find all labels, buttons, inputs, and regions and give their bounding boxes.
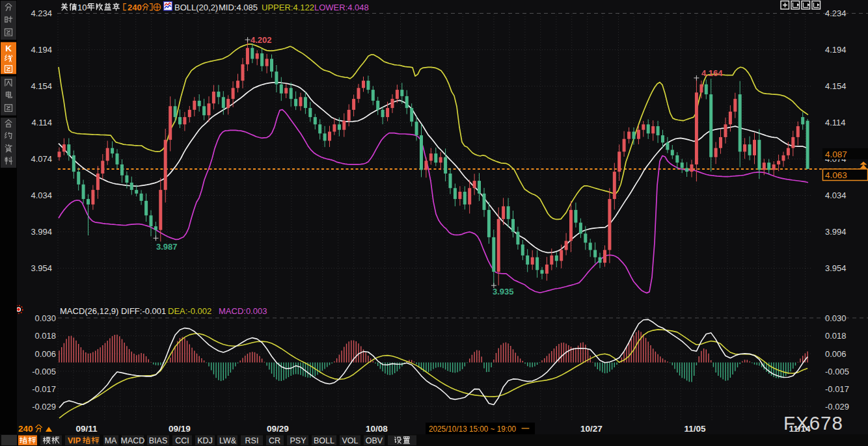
svg-text:0.030: 0.030: [34, 313, 56, 323]
svg-text:0.030: 0.030: [825, 313, 847, 323]
svg-text:09/29: 09/29: [267, 424, 289, 434]
svg-text:VIP: VIP: [68, 436, 81, 445]
svg-text:4.114: 4.114: [825, 118, 846, 127]
svg-text:4.034: 4.034: [31, 190, 52, 200]
svg-text:DEA:-0.002: DEA:-0.002: [168, 306, 211, 316]
svg-text:RSI: RSI: [245, 436, 259, 445]
svg-text:4.202: 4.202: [251, 35, 272, 45]
svg-text:-0.017: -0.017: [825, 384, 849, 394]
svg-text:VOL: VOL: [342, 436, 358, 445]
svg-text:-0.017: -0.017: [32, 384, 56, 394]
svg-text:10/08: 10/08: [366, 424, 388, 434]
svg-text:240: 240: [128, 3, 142, 12]
svg-text:CR: CR: [269, 436, 280, 445]
svg-text:3.994: 3.994: [825, 227, 847, 237]
svg-text:BOLL: BOLL: [314, 436, 334, 445]
svg-text:4.194: 4.194: [31, 45, 52, 55]
svg-text:4.164: 4.164: [701, 68, 723, 78]
svg-text:LW&: LW&: [219, 436, 237, 445]
svg-text:2025/10/13 15:00 ~ 19:00: 2025/10/13 15:00 ~ 19:00: [429, 424, 516, 434]
svg-text:MID:4.085: MID:4.085: [219, 3, 258, 12]
svg-text:KDJ: KDJ: [197, 436, 213, 445]
svg-text:BOLL(20,2): BOLL(20,2): [174, 3, 218, 12]
svg-text:3.954: 3.954: [31, 263, 52, 273]
svg-text:3.954: 3.954: [825, 263, 847, 273]
svg-text:MACD: MACD: [121, 436, 145, 445]
svg-text:CCI: CCI: [175, 436, 189, 445]
svg-text:4.234: 4.234: [825, 8, 847, 18]
svg-text:-0.005: -0.005: [825, 367, 849, 376]
svg-text:4.087: 4.087: [825, 150, 847, 159]
svg-text:4.194: 4.194: [825, 45, 847, 55]
svg-text:4.154: 4.154: [31, 81, 52, 91]
svg-text:4.154: 4.154: [825, 81, 847, 91]
svg-text:4.234: 4.234: [31, 8, 52, 18]
svg-text:4.114: 4.114: [31, 118, 52, 127]
svg-text:BIAS: BIAS: [149, 436, 168, 445]
svg-text:MACD(26,12,9) DIFF:-0.001: MACD(26,12,9) DIFF:-0.001: [60, 306, 166, 316]
svg-text:0.018: 0.018: [825, 331, 847, 341]
svg-text:0.006: 0.006: [825, 349, 847, 359]
svg-text:-0.029: -0.029: [825, 402, 849, 412]
svg-text:PSY: PSY: [290, 436, 306, 445]
svg-text:0.018: 0.018: [34, 331, 56, 341]
svg-text:OBV: OBV: [366, 436, 383, 445]
svg-text:LOWER:4.048: LOWER:4.048: [314, 3, 369, 12]
svg-text:UPPER:4.122: UPPER:4.122: [262, 3, 314, 12]
svg-text:K: K: [5, 44, 12, 53]
svg-text:4.063: 4.063: [825, 170, 847, 180]
svg-text:-0.005: -0.005: [32, 367, 56, 376]
svg-text:3.987: 3.987: [156, 242, 178, 252]
svg-text:-0.029: -0.029: [32, 402, 56, 412]
svg-text:4.034: 4.034: [825, 190, 847, 200]
svg-text:10: 10: [77, 3, 87, 12]
svg-text:0.006: 0.006: [34, 349, 56, 359]
svg-text:10/27: 10/27: [580, 424, 603, 434]
svg-text:11/05: 11/05: [684, 424, 706, 434]
svg-text:09/19: 09/19: [169, 424, 191, 434]
svg-text:MA: MA: [105, 436, 117, 445]
svg-text:3.935: 3.935: [493, 287, 514, 296]
svg-text:09/11: 09/11: [75, 424, 98, 434]
svg-text:FX678: FX678: [783, 412, 843, 434]
svg-text:3.994: 3.994: [31, 227, 52, 237]
svg-text:240: 240: [18, 424, 33, 434]
svg-text:4.074: 4.074: [31, 154, 52, 164]
svg-text:MACD:0.003: MACD:0.003: [219, 306, 267, 316]
